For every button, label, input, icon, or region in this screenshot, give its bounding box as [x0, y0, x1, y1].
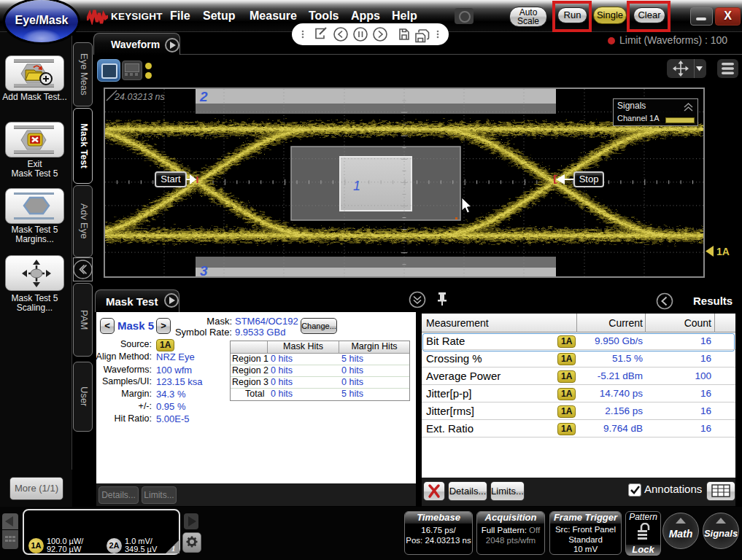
svg-text:24.03213 ns: 24.03213 ns	[114, 92, 165, 102]
svg-text:3: 3	[200, 263, 208, 276]
svg-text:2: 2	[199, 89, 208, 104]
svg-text:1A: 1A	[716, 246, 730, 257]
svg-text:1: 1	[353, 179, 360, 193]
